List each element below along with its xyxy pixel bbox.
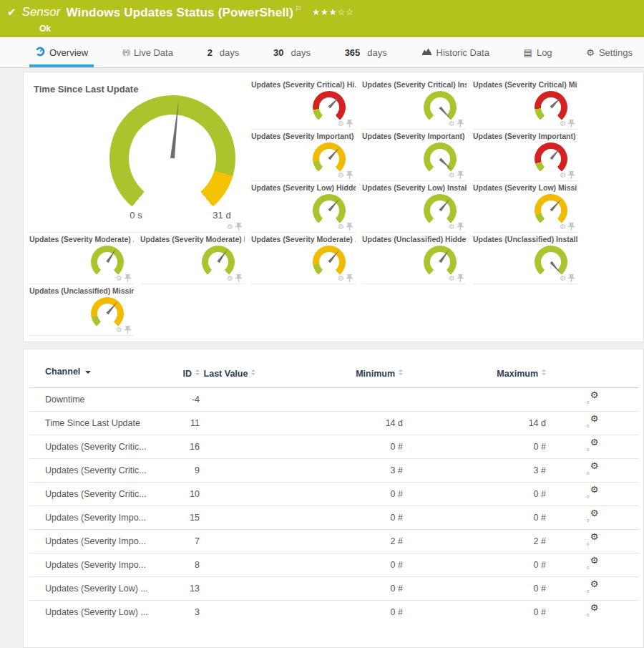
channel-settings-icon[interactable]: ⚙○	[587, 417, 599, 427]
tab-settings[interactable]: ⚙ Settings	[583, 37, 635, 67]
gauge-settings-icon[interactable]: ⚙	[449, 171, 455, 179]
sort-icon	[251, 367, 255, 377]
channel-last-value-cell	[200, 459, 260, 483]
channel-name-cell[interactable]: Updates (Severity Impo...	[29, 530, 165, 553]
sort-icon	[542, 367, 546, 377]
channel-minimum-cell: 0 #	[260, 435, 403, 459]
pin-icon[interactable]	[568, 223, 575, 231]
pin-icon[interactable]	[568, 171, 575, 179]
gauge-settings-icon[interactable]: ⚙	[338, 120, 344, 127]
channel-id-cell: 8	[165, 553, 200, 577]
column-header-maximum[interactable]: Maximum	[403, 367, 546, 388]
column-header-id[interactable]: ID	[165, 367, 200, 388]
gauge-settings-icon[interactable]: ⚙	[560, 171, 566, 179]
channel-settings-icon[interactable]: ⚙○	[587, 582, 599, 593]
pin-icon[interactable]	[346, 223, 353, 231]
channel-settings-icon[interactable]: ⚙○	[587, 511, 599, 522]
primary-gauge-cell: Time Since Last Update 0 s 31 d ⚙	[29, 78, 245, 233]
pin-icon[interactable]	[125, 274, 131, 282]
channel-name-cell[interactable]: Updates (Severity Low) ...	[29, 577, 165, 601]
tab-live-data[interactable]: ((•)) Live Data	[119, 37, 176, 67]
column-header-channel[interactable]: Channel	[29, 367, 165, 388]
gauge-cell: Updates (Unclassified) Missing ⚙	[29, 284, 134, 336]
column-header-minimum[interactable]: Minimum	[260, 367, 403, 388]
gauge-settings-icon[interactable]: ⚙	[227, 223, 233, 231]
column-header-last-value[interactable]: Last Value	[200, 367, 260, 388]
channel-minimum-cell: 2 #	[260, 530, 403, 553]
gauge-settings-icon[interactable]: ⚙	[449, 223, 455, 231]
pin-icon[interactable]	[346, 120, 353, 127]
channel-minimum-cell: 0 #	[260, 506, 403, 530]
channel-name-cell[interactable]: Updates (Severity Impo...	[29, 553, 165, 577]
gauge-settings-icon[interactable]: ⚙	[116, 274, 122, 282]
gauge-settings-icon[interactable]: ⚙	[338, 171, 344, 179]
gauge-settings-icon[interactable]: ⚙	[449, 120, 455, 127]
table-row: Updates (Severity Critic... 10 0 # 0 # ⚙…	[29, 483, 639, 506]
historic-chart-icon	[421, 47, 432, 58]
sensor-header: ✔ Sensor Windows Updates Status (PowerSh…	[0, 0, 644, 37]
channel-name-cell[interactable]: Time Since Last Update	[29, 412, 165, 435]
channel-maximum-cell: 0 #	[403, 601, 546, 624]
tab-2-days[interactable]: 2 days	[205, 37, 243, 67]
gauge-max-label: 31 d	[205, 210, 238, 221]
pin-icon[interactable]	[235, 223, 242, 231]
channel-minimum-cell	[260, 388, 403, 412]
gauge-settings-icon[interactable]: ⚙	[338, 274, 344, 282]
tab-365-days[interactable]: 365 days	[342, 37, 390, 67]
pin-icon[interactable]	[457, 274, 464, 282]
channel-settings-icon[interactable]: ⚙○	[587, 464, 599, 475]
gauge-settings-icon[interactable]: ⚙	[560, 274, 566, 282]
channel-settings-icon[interactable]: ⚙○	[587, 606, 599, 616]
channel-settings-icon[interactable]: ⚙○	[587, 440, 599, 451]
tab-overview[interactable]: Overview	[32, 37, 91, 67]
tab-30-days[interactable]: 30 days	[270, 37, 313, 67]
tab-log[interactable]: ▤ Log	[521, 37, 555, 67]
channel-name-cell[interactable]: Downtime	[29, 388, 165, 412]
gauge-settings-icon[interactable]: ⚙	[227, 274, 233, 282]
channel-settings-icon[interactable]: ⚙○	[587, 393, 599, 404]
channel-settings-icon[interactable]: ⚙○	[587, 558, 599, 569]
channel-name-cell[interactable]: Updates (Severity Critic...	[29, 483, 165, 506]
flag-icon: ⚐	[295, 4, 302, 13]
tab-historic-data[interactable]: Historic Data	[419, 37, 492, 67]
channel-name-cell[interactable]: Updates (Severity Critic...	[29, 435, 165, 459]
gauge-settings-icon[interactable]: ⚙	[449, 274, 455, 282]
channel-last-value-cell	[200, 412, 260, 435]
pin-icon[interactable]	[235, 274, 242, 282]
channel-settings-icon[interactable]: ⚙○	[587, 488, 599, 498]
channel-settings-icon[interactable]: ⚙○	[587, 535, 599, 546]
channel-last-value-cell	[200, 483, 260, 506]
channel-name-cell[interactable]: Updates (Severity Low) ...	[29, 601, 165, 624]
channel-name-cell[interactable]: Updates (Severity Critic...	[29, 459, 165, 483]
channel-maximum-cell: 0 #	[403, 435, 546, 459]
gauge-settings-icon[interactable]: ⚙	[338, 223, 344, 231]
pin-icon[interactable]	[457, 120, 464, 127]
priority-stars[interactable]: ★★★☆☆	[312, 7, 354, 17]
column-header-actions	[546, 367, 639, 388]
channel-maximum-cell: 0 #	[403, 553, 546, 577]
pin-icon[interactable]	[346, 274, 353, 282]
channel-table-panel: Channel ID Last Value Minimum Maximum Do…	[23, 349, 644, 648]
gauge-settings-icon[interactable]: ⚙	[560, 223, 566, 231]
gauge-settings-icon[interactable]: ⚙	[560, 120, 566, 127]
pin-icon[interactable]	[457, 171, 464, 179]
channel-id-cell: -4	[165, 388, 200, 412]
gauge-tools: ⚙	[449, 274, 464, 282]
pin-icon[interactable]	[568, 120, 575, 127]
channel-last-value-cell	[200, 435, 260, 459]
pin-icon[interactable]	[346, 171, 353, 179]
pin-icon[interactable]	[457, 223, 464, 231]
gauge-cell: Updates (Severity Critical) Ins... ⚙	[362, 78, 467, 130]
pin-icon[interactable]	[125, 326, 131, 334]
log-icon: ▤	[524, 47, 532, 58]
gauge-cell: Updates (Unclassified) Install... ⚙	[473, 233, 577, 284]
channel-name-cell[interactable]: Updates (Severity Impo...	[29, 506, 165, 530]
channel-minimum-cell: 14 d	[260, 412, 403, 435]
sort-caret-icon	[85, 371, 91, 377]
gauge-tools: ⚙	[449, 223, 464, 231]
gauge-settings-icon[interactable]: ⚙	[116, 326, 122, 334]
ok-check-icon: ✔	[7, 6, 16, 19]
table-row: Updates (Severity Impo... 8 0 # 0 # ⚙○	[29, 553, 639, 577]
channel-id-cell: 10	[165, 483, 200, 506]
pin-icon[interactable]	[568, 274, 575, 282]
